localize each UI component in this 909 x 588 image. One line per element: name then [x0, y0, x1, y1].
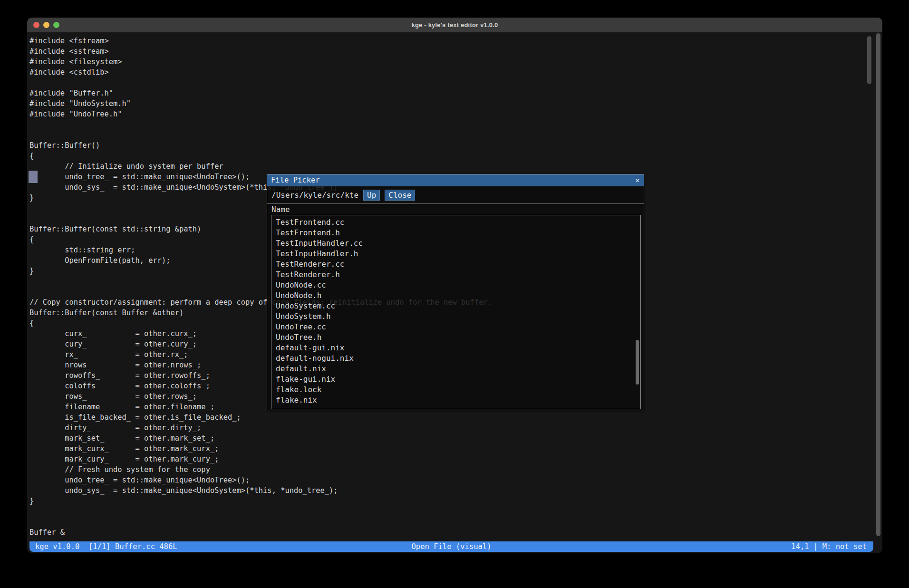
window-title: kge - kyle's text editor v1.0.0 [27, 18, 882, 32]
list-item[interactable]: TestRenderer.cc [271, 259, 640, 270]
file-picker-title: File Picker [271, 176, 320, 184]
close-button[interactable]: Close [385, 190, 415, 201]
window-scrollbar-track[interactable] [876, 33, 880, 536]
list-item[interactable]: TestFrontend.h [271, 228, 640, 238]
file-picker-dialog: File Picker ✕ /Users/kyle/src/kte Up Clo… [267, 174, 644, 411]
list-item[interactable]: UndoSystem.cc [271, 301, 640, 311]
file-list: TestFrontend.ccTestFrontend.hTestInputHa… [271, 215, 641, 409]
path-row: /Users/kyle/src/kte Up Close [267, 186, 644, 203]
list-item[interactable]: flake-gui.nix [271, 374, 640, 385]
list-item[interactable]: TestFrontend.cc [271, 217, 640, 228]
editor-window: kge - kyle's text editor v1.0.0 #include… [27, 18, 882, 553]
list-item[interactable]: UndoNode.h [271, 290, 640, 301]
file-picker-titlebar: File Picker ✕ [267, 174, 644, 186]
current-path: /Users/kyle/src/kte [271, 191, 358, 200]
text-cursor [29, 171, 38, 183]
list-item[interactable]: default.nix [271, 364, 640, 374]
list-item[interactable]: TestInputHandler.h [271, 249, 640, 259]
status-bar: kge v1.0.0 [1/1] Buffer.cc 486L Open Fil… [29, 541, 873, 552]
list-item[interactable]: TestInputHandler.cc [271, 238, 640, 249]
list-item[interactable]: UndoTree.h [271, 332, 640, 343]
up-button[interactable]: Up [363, 190, 380, 201]
list-item[interactable]: TestRenderer.h [271, 270, 640, 280]
list-scrollbar-thumb[interactable] [636, 340, 639, 385]
list-item[interactable]: default-gui.nix [271, 343, 640, 353]
window-titlebar: kge - kyle's text editor v1.0.0 [27, 18, 882, 32]
close-icon[interactable]: ✕ [636, 174, 639, 186]
list-item[interactable]: UndoSystem.h [271, 311, 640, 322]
name-column-header: Name [267, 204, 644, 215]
list-item[interactable]: flake.lock [271, 385, 640, 395]
list-item[interactable]: flake.nix [271, 395, 640, 405]
status-right: 14,1 | M: not set [791, 541, 867, 552]
list-item[interactable]: UndoNode.cc [271, 280, 640, 290]
list-item[interactable]: default-nogui.nix [271, 353, 640, 364]
list-item[interactable]: UndoTree.cc [271, 322, 640, 332]
editor-scrollbar-thumb[interactable] [867, 36, 871, 84]
status-center: Open File (visual) [29, 541, 873, 552]
